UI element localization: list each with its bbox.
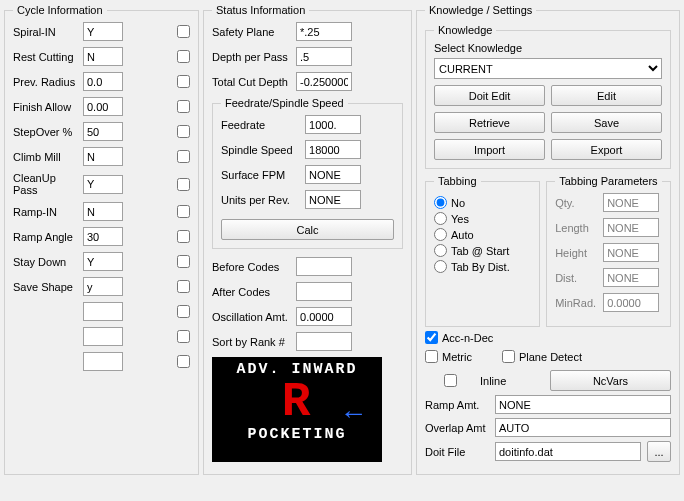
cycle-label-10: Save Shape (13, 281, 79, 293)
cycle-checkbox-1[interactable] (177, 50, 190, 63)
tabbing-start-label: Tab @ Start (451, 245, 509, 257)
feedrate-label: Feedrate (221, 119, 301, 131)
doit-edit-button[interactable]: Doit Edit (434, 85, 545, 106)
cycle-label-2: Prev. Radius (13, 76, 79, 88)
spindle-speed-input[interactable] (305, 140, 361, 159)
cycle-label-1: Rest Cutting (13, 51, 79, 63)
select-knowledge-dropdown[interactable]: CURRENT (434, 58, 662, 79)
doit-file-input[interactable] (495, 442, 641, 461)
cycle-input-10[interactable] (83, 277, 123, 296)
acc-n-dec-label: Acc-n-Dec (442, 332, 493, 344)
ncvars-button[interactable]: NcVars (550, 370, 671, 391)
tabbing-yes-radio[interactable] (434, 212, 447, 225)
cycle-input-9[interactable] (83, 252, 123, 271)
cycle-checkbox-13[interactable] (177, 355, 190, 368)
metric-label: Metric (442, 351, 472, 363)
edit-button[interactable]: Edit (551, 85, 662, 106)
safety-plane-input[interactable] (296, 22, 352, 41)
cycle-checkbox-10[interactable] (177, 280, 190, 293)
cycle-checkbox-2[interactable] (177, 75, 190, 88)
plane-detect-checkbox[interactable] (502, 350, 515, 363)
cycle-checkbox-11[interactable] (177, 305, 190, 318)
cycle-checkbox-3[interactable] (177, 100, 190, 113)
retrieve-button[interactable]: Retrieve (434, 112, 545, 133)
cycle-legend: Cycle Information (13, 4, 107, 16)
depth-per-pass-input[interactable] (296, 47, 352, 66)
inline-checkbox[interactable] (425, 374, 476, 387)
tabbing-legend: Tabbing (434, 175, 481, 187)
after-codes-input[interactable] (296, 282, 352, 301)
units-per-rev-label: Units per Rev. (221, 194, 301, 206)
cycle-input-2[interactable] (83, 72, 123, 91)
tabbing-dist-radio[interactable] (434, 260, 447, 273)
cycle-checkbox-5[interactable] (177, 150, 190, 163)
acc-n-dec-checkbox[interactable] (425, 331, 438, 344)
browse-button[interactable]: ... (647, 441, 671, 462)
units-per-rev-input[interactable] (305, 190, 361, 209)
length-input (603, 218, 659, 237)
logo-r-icon: R (282, 378, 313, 426)
cycle-input-3[interactable] (83, 97, 123, 116)
cycle-input-12[interactable] (83, 327, 123, 346)
save-button[interactable]: Save (551, 112, 662, 133)
feedrate-input[interactable] (305, 115, 361, 134)
tabbing-start-radio[interactable] (434, 244, 447, 257)
cycle-checkbox-7[interactable] (177, 205, 190, 218)
cycle-information-group: Cycle Information Spiral-INRest CuttingP… (4, 4, 199, 475)
tabbing-yes-label: Yes (451, 213, 469, 225)
cycle-input-8[interactable] (83, 227, 123, 246)
cycle-input-13[interactable] (83, 352, 123, 371)
tabbing-auto-radio[interactable] (434, 228, 447, 241)
tabbing-no-radio[interactable] (434, 196, 447, 209)
cycle-input-6[interactable] (83, 175, 123, 194)
cycle-label-8: Ramp Angle (13, 231, 79, 243)
logo-arrow-icon: ← (345, 399, 364, 430)
cycle-label-5: Climb Mill (13, 151, 79, 163)
cycle-label-4: StepOver % (13, 126, 79, 138)
cycle-label-7: Ramp-IN (13, 206, 79, 218)
tabbing-no-label: No (451, 197, 465, 209)
knowledge-inner-group: Knowledge Select Knowledge CURRENT Doit … (425, 24, 671, 169)
cycle-checkbox-12[interactable] (177, 330, 190, 343)
sort-rank-input[interactable] (296, 332, 352, 351)
status-information-group: Status Information Safety Plane Depth pe… (203, 4, 412, 475)
total-cut-depth-input[interactable] (296, 72, 352, 91)
surface-fpm-label: Surface FPM (221, 169, 301, 181)
status-legend: Status Information (212, 4, 309, 16)
select-knowledge-label: Select Knowledge (434, 42, 662, 54)
overlap-amt-input[interactable] (495, 418, 671, 437)
overlap-amt-label: Overlap Amt (425, 422, 489, 434)
cycle-input-0[interactable] (83, 22, 123, 41)
knowledge-settings-group: Knowledge / Settings Knowledge Select Kn… (416, 4, 680, 475)
oscillation-amt-input[interactable] (296, 307, 352, 326)
cycle-checkbox-4[interactable] (177, 125, 190, 138)
cycle-label-3: Finish Allow (13, 101, 79, 113)
export-button[interactable]: Export (551, 139, 662, 160)
before-codes-input[interactable] (296, 257, 352, 276)
cycle-input-5[interactable] (83, 147, 123, 166)
cycle-checkbox-0[interactable] (177, 25, 190, 38)
cycle-input-7[interactable] (83, 202, 123, 221)
feedrate-legend: Feedrate/Spindle Speed (221, 97, 348, 109)
cycle-input-11[interactable] (83, 302, 123, 321)
surface-fpm-input[interactable] (305, 165, 361, 184)
cycle-checkbox-8[interactable] (177, 230, 190, 243)
height-label: Height (555, 247, 599, 259)
tabparams-legend: Tabbing Parameters (555, 175, 661, 187)
tabbing-parameters-group: Tabbing Parameters Qty. Length Height Di… (546, 175, 671, 327)
feedrate-spindle-group: Feedrate/Spindle Speed Feedrate Spindle … (212, 97, 403, 249)
calc-button[interactable]: Calc (221, 219, 394, 240)
qty-label: Qty. (555, 197, 599, 209)
minrad-input (603, 293, 659, 312)
cycle-input-1[interactable] (83, 47, 123, 66)
cycle-checkbox-9[interactable] (177, 255, 190, 268)
after-codes-label: After Codes (212, 286, 292, 298)
minrad-label: MinRad. (555, 297, 599, 309)
qty-input (603, 193, 659, 212)
cycle-checkbox-6[interactable] (177, 178, 190, 191)
metric-checkbox[interactable] (425, 350, 438, 363)
ramp-amt-input[interactable] (495, 395, 671, 414)
import-button[interactable]: Import (434, 139, 545, 160)
cycle-input-4[interactable] (83, 122, 123, 141)
tabbing-auto-label: Auto (451, 229, 474, 241)
